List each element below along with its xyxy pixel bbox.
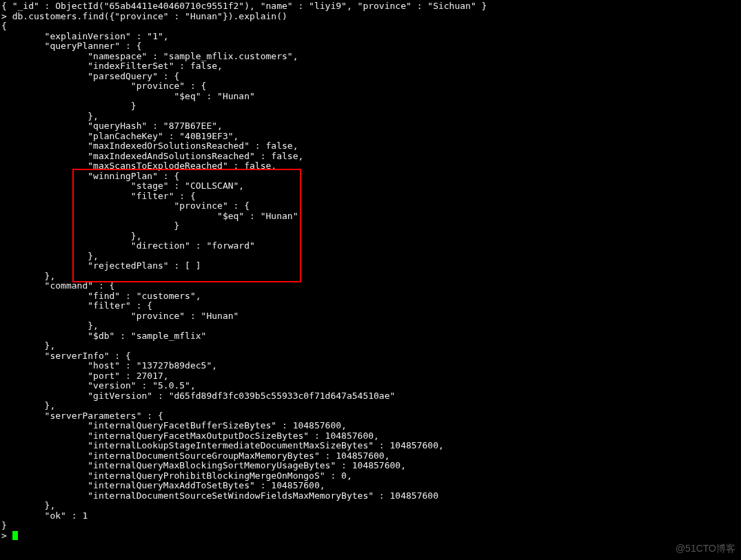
terminal-line: }, [1, 111, 99, 121]
terminal-line: "internalDocumentSourceGroupMaxMemoryByt… [1, 450, 390, 461]
terminal-line: "maxScansToExplodeReached" : false, [1, 160, 276, 171]
terminal-line: "province" : { [1, 200, 250, 211]
terminal-line: "gitVersion" : "d65fd89df3fc039b5c55933c… [1, 391, 395, 401]
terminal-line: "planCacheKey" : "40B19EF3", [1, 131, 238, 141]
terminal-line: "stage" : "COLLSCAN", [1, 180, 244, 191]
terminal-line: "port" : 27017, [1, 371, 169, 381]
terminal-line: "queryPlanner" : { [1, 41, 142, 51]
terminal-line: "internalDocumentSourceSetWindowFieldsMa… [1, 490, 438, 501]
terminal-line: "filter" : { [1, 300, 152, 311]
terminal-line: { [1, 21, 7, 31]
cursor [12, 531, 18, 540]
terminal-line: "maxIndexedAndSolutionsReached" : false, [1, 151, 303, 161]
terminal-line: "internalQueryProhibitBlockingMergeOnMon… [1, 470, 352, 481]
terminal-line: "filter" : { [1, 191, 196, 201]
terminal-line: > [1, 530, 12, 541]
terminal-line: } [1, 220, 179, 231]
terminal-line: } [1, 101, 136, 111]
terminal-line: "rejectedPlans" : [ ] [1, 260, 201, 271]
terminal-line: "maxIndexedOrSolutionsReached" : false, [1, 141, 298, 151]
terminal-line: }, [1, 271, 55, 281]
terminal-line: "command" : { [1, 280, 114, 291]
terminal-line: "host" : "13727b89dec5", [1, 360, 217, 371]
terminal-line: "explainVersion" : "1", [1, 31, 169, 41]
terminal-line: } [1, 520, 7, 530]
terminal-line: }, [1, 320, 99, 331]
terminal-line: "internalLookupStageIntermediateDocument… [1, 440, 444, 450]
terminal-line: "$db" : "sample_mflix" [1, 331, 206, 341]
terminal-line: "indexFilterSet" : false, [1, 61, 223, 71]
terminal-line: "version" : "5.0.5", [1, 380, 196, 391]
terminal-line: }, [1, 340, 55, 351]
terminal-line: "ok" : 1 [1, 510, 88, 521]
terminal-line: "$eq" : "Hunan" [1, 211, 298, 221]
terminal-line: }, [1, 400, 55, 411]
terminal-line: "queryHash" : "877B67EE", [1, 121, 223, 131]
terminal-line: "internalQueryMaxAddToSetBytes" : 104857… [1, 480, 325, 490]
terminal-line: }, [1, 231, 142, 241]
terminal-line: "province" : { [1, 81, 206, 91]
terminal-line: "internalQueryFacetMaxOutputDocSizeBytes… [1, 431, 379, 441]
terminal-line: "winningPlan" : { [1, 171, 179, 181]
terminal-output[interactable]: { "_id" : ObjectId("65ab4411e40460710c95… [0, 0, 741, 541]
terminal-line: > db.customers.find({"province" : "Hunan… [1, 11, 287, 21]
terminal-line: "province" : "Hunan" [1, 311, 238, 321]
terminal-line: "$eq" : "Hunan" [1, 91, 255, 101]
terminal-line: "find" : "customers", [1, 291, 201, 301]
terminal-line: "direction" : "forward" [1, 240, 255, 251]
terminal-line: "namespace" : "sample_mflix.customers", [1, 51, 298, 61]
terminal-line: "internalQueryMaxBlockingSortMemoryUsage… [1, 460, 406, 470]
terminal-line: "serverParameters" : { [1, 411, 163, 421]
terminal-line: "internalQueryFacetBufferSizeBytes" : 10… [1, 420, 347, 431]
terminal-line: "serverInfo" : { [1, 351, 131, 361]
terminal-line: }, [1, 500, 55, 510]
watermark: @51CTO博客 [676, 543, 735, 554]
terminal-line: }, [1, 251, 99, 261]
terminal-line: "parsedQuery" : { [1, 71, 179, 81]
terminal-line: { "_id" : ObjectId("65ab4411e40460710c95… [1, 1, 487, 11]
